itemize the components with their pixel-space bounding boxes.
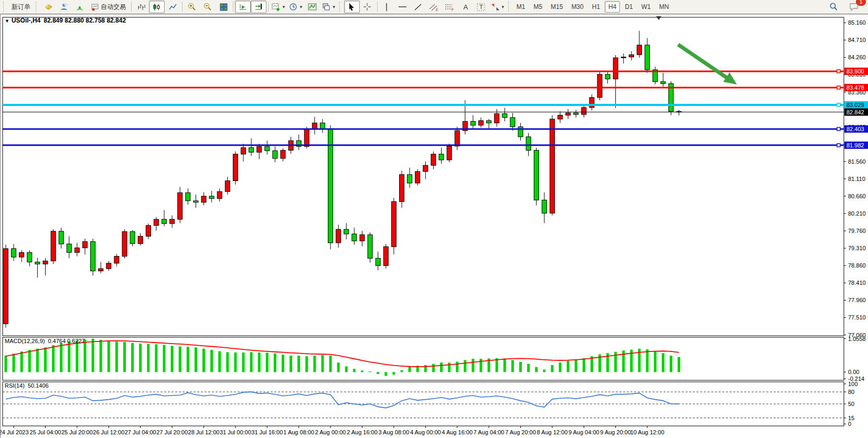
cursor-button[interactable] bbox=[344, 1, 360, 13]
macd-histogram-bar bbox=[583, 358, 585, 372]
svg-text:83.478: 83.478 bbox=[846, 84, 864, 91]
timeframe-m5[interactable]: M5 bbox=[530, 1, 546, 13]
text-label-button[interactable]: T bbox=[474, 1, 489, 13]
candle bbox=[415, 172, 420, 183]
rsi-value: 50.1406 bbox=[28, 382, 49, 389]
line-chart-icon bbox=[168, 3, 177, 12]
arrows-button[interactable]: ▼ bbox=[489, 1, 507, 13]
timeframe-m1[interactable]: M1 bbox=[513, 1, 529, 13]
time-axis-label: 27 Jul 20:00 bbox=[156, 429, 188, 435]
equidistant-channel-button[interactable]: E bbox=[426, 1, 442, 13]
macd-histogram-bar bbox=[567, 361, 570, 372]
trendline-button[interactable] bbox=[411, 1, 426, 13]
macd-histogram-bar bbox=[551, 365, 553, 372]
search-button[interactable] bbox=[826, 1, 841, 13]
line-anchor-marker[interactable] bbox=[837, 144, 840, 147]
candle bbox=[391, 201, 396, 247]
symbol-dropdown-icon[interactable]: ▼ bbox=[5, 18, 9, 24]
new-chart-button[interactable]: ▼ bbox=[270, 1, 287, 13]
candle bbox=[376, 258, 380, 265]
toolbar-drag-handle[interactable] bbox=[508, 2, 511, 12]
chart-window[interactable]: 85.16084.71084.26083.81083.36082.91082.4… bbox=[0, 15, 868, 438]
line-anchor-marker[interactable] bbox=[837, 70, 840, 73]
community-button[interactable] bbox=[56, 1, 72, 13]
text-button[interactable]: A bbox=[458, 1, 474, 13]
timeframe-m30[interactable]: M30 bbox=[567, 1, 587, 13]
candle bbox=[51, 231, 56, 261]
candlestick-chart-icon bbox=[153, 3, 162, 12]
candlestick-chart-button[interactable] bbox=[149, 1, 165, 13]
candle bbox=[4, 249, 8, 324]
candle bbox=[178, 193, 183, 219]
time-axis-label: 2 Aug 00:00 bbox=[315, 429, 346, 435]
notifications-button[interactable]: 1 bbox=[846, 1, 862, 13]
candle bbox=[423, 165, 428, 172]
candle bbox=[542, 200, 546, 213]
tile-windows-button[interactable] bbox=[216, 1, 231, 13]
auto-scroll-button[interactable] bbox=[235, 1, 251, 13]
timeframe-m15[interactable]: M15 bbox=[547, 1, 566, 13]
chart-shift-button[interactable] bbox=[251, 1, 266, 13]
chart-panes[interactable] bbox=[3, 17, 844, 426]
toolbar-drag-handle[interactable] bbox=[3, 2, 6, 12]
arrows-icon bbox=[491, 3, 500, 12]
text-A-icon: A bbox=[463, 3, 468, 11]
timeframe-d1[interactable]: D1 bbox=[621, 1, 636, 13]
candle bbox=[590, 98, 594, 108]
macd-histogram-bar bbox=[60, 343, 62, 372]
candle bbox=[146, 226, 151, 237]
fibonacci-button[interactable]: F bbox=[442, 1, 458, 13]
candle bbox=[360, 234, 365, 241]
toolbar: 新订单 自动交易 ▼ ▼ ▼ E F A T ▼ M1M5M15M30H1H4D… bbox=[0, 0, 868, 14]
candle bbox=[526, 137, 531, 151]
line-chart-button[interactable] bbox=[165, 1, 180, 13]
metaeditor-button[interactable] bbox=[40, 1, 56, 13]
svg-text:100: 100 bbox=[848, 381, 858, 387]
zoom-out-button[interactable] bbox=[200, 1, 216, 13]
time-axis-label: 9 Aug 20:00 bbox=[600, 429, 631, 435]
window-list-button[interactable]: ▼ bbox=[320, 1, 338, 13]
line-anchor-marker[interactable] bbox=[837, 127, 840, 131]
line-anchor-marker[interactable] bbox=[837, 103, 840, 106]
chart-canvas[interactable]: 85.16084.71084.26083.81083.36082.91082.4… bbox=[1, 15, 868, 438]
svg-text:78.410: 78.410 bbox=[848, 280, 866, 286]
crosshair-button[interactable] bbox=[360, 1, 376, 13]
timeframe-w1[interactable]: W1 bbox=[638, 1, 655, 13]
timeframe-h1[interactable]: H1 bbox=[588, 1, 604, 13]
macd-histogram-bar bbox=[258, 352, 261, 372]
bar-chart-button[interactable] bbox=[133, 1, 149, 13]
vertical-line-button[interactable] bbox=[379, 1, 395, 13]
macd-histogram-bar bbox=[179, 346, 181, 372]
candle bbox=[470, 121, 475, 125]
period-clock-button[interactable]: ▼ bbox=[287, 1, 305, 13]
separator bbox=[131, 2, 132, 12]
svg-text:83.029: 83.029 bbox=[846, 102, 864, 108]
macd-histogram-bar bbox=[511, 360, 514, 372]
svg-text:0: 0 bbox=[848, 421, 851, 427]
auto-trading-label: 自动交易 bbox=[101, 3, 126, 12]
time-axis-label: 25 Jul 04:00 bbox=[30, 429, 61, 435]
toolbar-drag-handle[interactable] bbox=[36, 2, 39, 12]
time-axis-label: 7 Aug 20:00 bbox=[505, 429, 536, 435]
chevron-down-icon: ▼ bbox=[282, 5, 286, 9]
signals-button[interactable] bbox=[72, 1, 88, 13]
templates-button[interactable] bbox=[305, 1, 320, 13]
time-axis[interactable]: 24 Jul 202325 Jul 04:0025 Jul 20:0026 Ju… bbox=[1, 426, 665, 435]
candle bbox=[566, 113, 571, 115]
timeframe-h4[interactable]: H4 bbox=[605, 1, 620, 13]
svg-text:83.900: 83.900 bbox=[846, 68, 864, 74]
tile-windows-icon bbox=[219, 3, 228, 12]
time-axis-label: 10 Aug 12:00 bbox=[630, 429, 665, 435]
new-order-button[interactable]: 新订单 bbox=[8, 1, 34, 13]
toolbar-drag-handle[interactable] bbox=[339, 2, 342, 12]
macd-histogram-bar bbox=[313, 356, 316, 372]
line-anchor-marker[interactable] bbox=[837, 86, 840, 89]
horizontal-line-button[interactable] bbox=[395, 1, 411, 13]
macd-histogram-bar bbox=[218, 351, 221, 372]
macd-histogram-bar bbox=[226, 352, 229, 372]
candle bbox=[487, 121, 491, 123]
candle bbox=[479, 121, 484, 125]
timeframe-mn[interactable]: MN bbox=[656, 1, 673, 13]
zoom-in-button[interactable] bbox=[184, 1, 200, 13]
auto-trading-button[interactable]: 自动交易 bbox=[88, 1, 130, 13]
